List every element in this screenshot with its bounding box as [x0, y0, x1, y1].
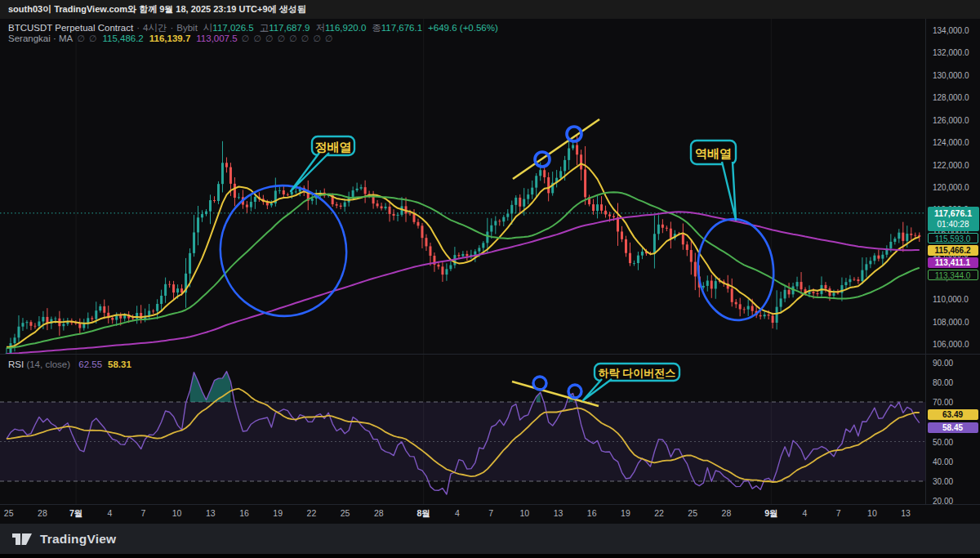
- candle-body: [416, 222, 419, 226]
- candle-body: [176, 288, 179, 292]
- price-scale-badge: 115,466.2: [928, 245, 978, 256]
- ma-value: 115,486.2: [102, 33, 143, 43]
- annotation-callout[interactable]: 정배열: [291, 136, 354, 191]
- candle-body: [429, 246, 431, 256]
- annotation-callout[interactable]: 역배열: [691, 141, 736, 220]
- symbol-legend-row: BTCUSDT Perpetual Contract·4시간·Bybit시117…: [8, 22, 498, 34]
- time-axis-label: 10: [172, 508, 182, 518]
- candle-body: [564, 160, 566, 171]
- candle-body: [466, 254, 468, 256]
- rsi-tick-label: 90.00: [933, 358, 953, 367]
- time-axis-label: 4: [107, 508, 112, 518]
- attribution-text: south03이 TradingView.com와 함께 9월 18, 2025…: [8, 4, 306, 14]
- candle-body: [768, 315, 770, 315]
- time-axis-label: 22: [307, 508, 317, 518]
- candle-body: [747, 306, 750, 310]
- rsi-tick-label: 20.00: [933, 497, 953, 506]
- price-tick-label: 106,000.0: [933, 340, 969, 349]
- candle-body: [291, 192, 293, 194]
- candle-body: [857, 279, 859, 281]
- candle-body: [449, 266, 452, 270]
- candle-body: [608, 214, 611, 216]
- price-tick-label: 124,000.0: [933, 138, 969, 147]
- candle-body: [409, 213, 412, 214]
- price-scale-badge: 115,593.0: [928, 233, 978, 243]
- price-tick-label: 120,000.0: [933, 183, 969, 192]
- rsi-tick-label: 50.00: [933, 437, 953, 446]
- price-scale[interactable]: 134,000.0132,000.0130,000.0128,000.0126,…: [925, 19, 980, 504]
- rsi-value: 62.55: [78, 359, 102, 369]
- candle-body: [13, 337, 16, 343]
- candle-body: [861, 270, 863, 281]
- indicator-name[interactable]: Serangkai · MA: [8, 33, 73, 43]
- candle-body: [340, 206, 342, 207]
- annotation-circle-marker[interactable]: [533, 377, 546, 390]
- candle-body: [510, 205, 513, 214]
- candle-body: [706, 280, 709, 285]
- rsi-pane[interactable]: 하락 다이버전스: [0, 355, 925, 504]
- candle-body: [25, 322, 28, 323]
- candle-body: [99, 306, 101, 310]
- candle-body: [506, 213, 509, 217]
- candle-body: [670, 229, 672, 239]
- interval-label[interactable]: 4시간: [143, 23, 167, 33]
- candle-body: [490, 225, 492, 232]
- candle-body: [910, 234, 912, 235]
- price-scale-badge: 58.45: [928, 422, 978, 433]
- time-axis-label: 7: [141, 508, 146, 518]
- candle-body: [817, 293, 819, 294]
- candle-body: [612, 217, 615, 217]
- rsi-tick-label: 40.00: [933, 457, 953, 466]
- legend-separator: ·: [167, 23, 176, 33]
- time-axis-label: 10: [519, 508, 529, 518]
- candle-body: [893, 239, 896, 242]
- price-tick-label: 110,000.0: [933, 295, 969, 304]
- candle-body: [270, 203, 273, 205]
- price-scale-badge: 63.49: [928, 409, 978, 420]
- candle-body: [844, 282, 847, 285]
- footer-bar: TradingView: [0, 524, 980, 554]
- candle-body: [393, 214, 395, 216]
- footer-brand[interactable]: TradingView: [40, 532, 116, 547]
- price-pane[interactable]: 정배열역배열: [0, 19, 925, 354]
- candle-body: [629, 253, 631, 263]
- tradingview-logo-icon[interactable]: [11, 530, 33, 548]
- candle-body: [238, 197, 240, 198]
- time-axis-label: 7월: [69, 508, 82, 520]
- annotation-trendline[interactable]: [513, 119, 599, 179]
- candle-body: [902, 233, 904, 241]
- candle-body: [596, 204, 599, 211]
- time-scale[interactable]: 25287월47101316192225288월4710131619222528…: [0, 504, 925, 524]
- candle-body: [625, 239, 627, 253]
- candle-body: [539, 170, 541, 176]
- candle-body: [413, 214, 416, 222]
- candle-body: [869, 261, 871, 264]
- annotation-circle-marker[interactable]: [568, 385, 581, 398]
- callout-label: 하락 다이버전스: [599, 367, 676, 379]
- candle-body: [486, 232, 488, 243]
- pane-separator[interactable]: [0, 354, 980, 355]
- candle-body: [425, 238, 427, 246]
- price-tick-label: 122,000.0: [933, 160, 969, 169]
- candle-body: [78, 324, 81, 328]
- candle-body: [873, 256, 875, 261]
- candle-body: [201, 214, 203, 217]
- candle-body: [217, 184, 220, 201]
- symbol-title[interactable]: BTCUSDT Perpetual Contract: [8, 23, 133, 33]
- candle-body: [519, 198, 521, 207]
- candle-body: [385, 207, 387, 208]
- callout-tail: [291, 153, 329, 191]
- candle-body: [205, 212, 207, 214]
- candle-body: [657, 225, 660, 234]
- candle-body: [502, 217, 505, 222]
- candle-body: [743, 309, 746, 310]
- rsi-title[interactable]: RSI: [8, 359, 24, 369]
- candle-body: [535, 176, 537, 187]
- candle-body: [547, 177, 550, 193]
- candle-body: [115, 315, 118, 319]
- ohlc-value: 117,026.5: [212, 23, 253, 33]
- annotation-callout[interactable]: 하락 다이버전스: [583, 364, 679, 400]
- candle-body: [478, 248, 480, 251]
- candle-body: [54, 319, 56, 319]
- candle-body: [739, 304, 742, 309]
